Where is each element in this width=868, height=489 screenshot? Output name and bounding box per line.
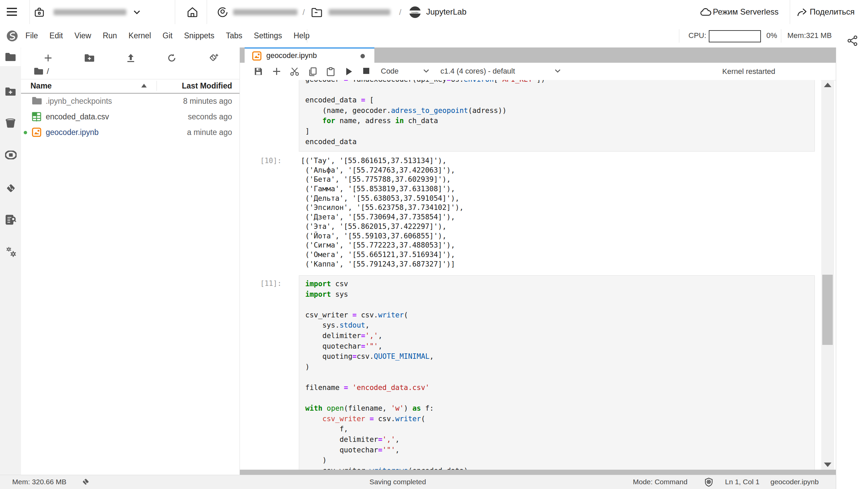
scroll-up-arrow[interactable] [824,83,831,87]
menu-file[interactable]: File [20,24,44,47]
chevron-down-icon[interactable] [423,69,430,73]
cloud-icon [700,7,711,17]
hamburger-icon[interactable] [7,7,18,18]
cursor-position[interactable]: Ln 1, Col 1 [725,478,760,486]
trust-shield-icon[interactable] [704,477,714,487]
active-file-name: geocoder.ipynb [770,478,819,486]
file-modified: 8 minutes ago [183,97,232,106]
serverless-mode-button[interactable]: Режим Serverless [713,7,779,17]
home-icon[interactable] [186,6,199,18]
git-clone-icon[interactable] [208,53,219,63]
running-indicator-dot [24,131,27,134]
file-list: .ipynb_checkpoints8 minutes agoencoded_d… [21,94,240,140]
folder-file-icon [32,96,42,105]
activity-bar [0,47,21,475]
run-icon[interactable] [345,67,353,76]
unsaved-changes-dot[interactable] [360,54,365,58]
jupyter-logo: jupyter [408,5,422,19]
tab-strip: geocoder.ipynb [240,47,836,63]
tab-geocoder-ipynb[interactable]: geocoder.ipynb [245,47,374,63]
notebook-file-icon [32,128,41,137]
menu-items: FileEditViewRunKernelGitSnippetsTabsSett… [20,24,315,47]
cell-type-select[interactable]: Code [381,67,399,76]
new-folder-button-icon[interactable] [84,54,95,62]
mem-status: Mem: 320.66 MB [12,478,66,486]
settings-gears-icon[interactable] [5,246,17,258]
folder-name-redacted[interactable] [233,9,297,15]
menu-tabs[interactable]: Tabs [220,24,248,47]
upload-icon[interactable] [126,53,135,63]
saving-status: Saving completed [330,478,466,486]
catalog-icon [217,6,228,18]
save-icon[interactable] [254,67,263,76]
mem-usage: Mem:321 MB [787,31,832,40]
refresh-icon[interactable] [167,53,177,63]
trash-icon[interactable] [5,117,16,128]
cut-icon[interactable] [290,67,299,76]
scroll-down-arrow[interactable] [824,463,831,467]
menu-view[interactable]: View [69,24,97,47]
share-alt-icon[interactable] [847,35,858,46]
code-cell-0[interactable]: geocoder = YandexGeocoder(api_key=os.env… [299,80,815,152]
folder-icon [311,7,323,18]
menu-edit[interactable]: Edit [44,24,69,47]
menu-bar: FileEditViewRunKernelGitSnippetsTabsSett… [0,24,868,48]
menu-settings[interactable]: Settings [248,24,288,47]
breadcrumb-root: / [47,66,49,76]
breadcrumb-separator: / [399,7,401,17]
project-name-redacted[interactable] [329,9,390,15]
menu-run[interactable]: Run [97,24,123,47]
file-browser: / Name Last Modified .ipynb_checkpoints8… [21,47,240,475]
column-name[interactable]: Name [30,81,52,91]
paste-icon[interactable] [327,67,335,76]
kernel-select[interactable]: c1.4 (4 cores) - default [440,67,515,76]
chevron-down-icon[interactable] [133,10,141,15]
workspace-name-redacted[interactable] [54,9,126,15]
cell-prompt: [11]: [260,279,297,288]
file-list-header: Name Last Modified [21,79,240,94]
column-last-modified[interactable]: Last Modified [182,81,232,91]
menu-git[interactable]: Git [157,24,178,47]
tab-title: geocoder.ipynb [266,51,317,60]
file-modified: seconds ago [188,112,232,121]
svg-text:jupyter: jupyter [411,11,419,14]
git-icon[interactable] [5,182,17,194]
inspector-icon[interactable] [5,214,17,225]
menu-help[interactable]: Help [288,24,315,47]
file-browser-breadcrumb[interactable]: / [34,65,49,77]
notebook-viewport[interactable]: geocoder = YandexGeocoder(api_key=os.env… [240,80,821,470]
notebook-file-icon [252,51,262,61]
notebook-scrollbar[interactable] [821,80,834,470]
running-kernels-icon[interactable] [5,151,17,159]
file-row-encoded-data-csv[interactable]: encoded_data.csvseconds ago [21,109,240,125]
scrollbar-thumb[interactable] [822,275,833,345]
cpu-label: CPU: [688,31,706,40]
share-button[interactable]: Поделиться [810,7,855,17]
add-cell-icon[interactable] [272,67,281,76]
new-folder-icon[interactable] [5,87,16,96]
datasphere-logo [6,30,18,42]
briefcase-icon [34,7,45,18]
file-name: geocoder.ipynb [46,128,99,137]
copy-icon[interactable] [308,67,317,76]
menu-snippets[interactable]: Snippets [178,24,220,47]
chevron-down-icon[interactable] [554,69,561,73]
stop-icon[interactable] [363,67,370,75]
file-modified: a minute ago [187,128,232,137]
breadcrumb-app: JupyterLab [426,7,467,17]
notebook-toolbar: Code c1.4 (4 cores) - default Kernel res… [240,63,836,80]
file-row-geocoder-ipynb[interactable]: geocoder.ipynba minute ago [21,125,240,140]
file-name: .ipynb_checkpoints [46,97,112,106]
new-launcher-icon[interactable] [44,54,53,62]
output-cell-1: [('Тау', '[55.861615,37.513134]'), ('Аль… [301,157,463,269]
menu-kernel[interactable]: Kernel [123,24,157,47]
mode-indicator[interactable]: Mode: Command [633,478,687,486]
kernel-status: Kernel restarted [693,67,805,76]
file-name: encoded_data.csv [46,112,109,121]
code-cell-2[interactable]: import csvimport syscsv_writer = csv.wri… [299,275,815,470]
sort-ascending-icon[interactable] [141,84,147,87]
right-panel [836,47,868,489]
file-browser-icon[interactable] [5,52,16,62]
file-row--ipynb-checkpoints[interactable]: .ipynb_checkpoints8 minutes ago [21,94,240,109]
git-status-icon[interactable] [81,477,91,487]
